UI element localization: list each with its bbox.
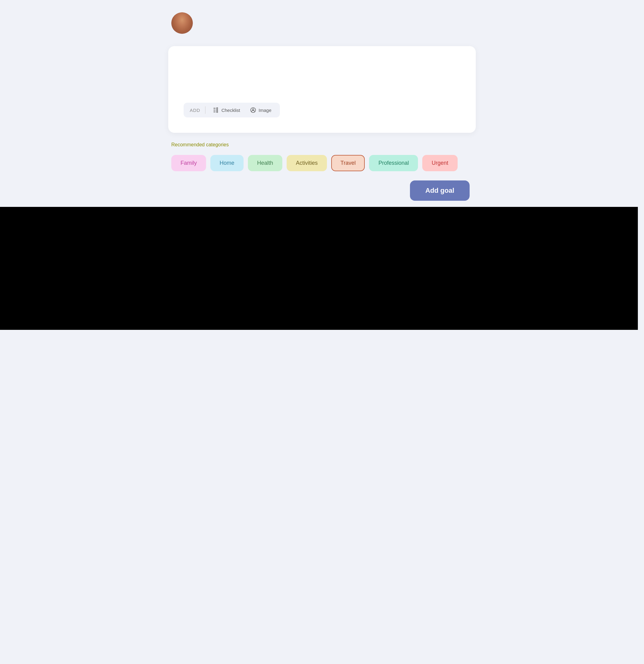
avatar-image [171,12,193,34]
svg-rect-0 [214,108,216,108]
checklist-label: Checklist [221,108,240,113]
avatar [171,12,193,34]
svg-point-5 [217,111,218,112]
category-professional[interactable]: Professional [369,155,418,171]
checklist-button[interactable]: Checklist [210,106,243,115]
image-button[interactable]: Image [247,106,274,115]
toolbar-add-label: ADD [190,108,200,113]
category-urgent[interactable]: Urgent [422,155,457,171]
svg-rect-2 [214,111,216,112]
toolbar: ADD Checklist [184,103,280,118]
category-health[interactable]: Health [248,155,282,171]
categories-grid: Family Home Health Activities Travel Pro… [171,155,473,171]
goal-text-input[interactable] [184,58,460,95]
categories-title: Recommended categories [171,142,473,148]
image-label: Image [259,108,271,113]
avatar-area [168,12,476,34]
image-icon [250,107,256,113]
svg-point-4 [217,109,218,111]
black-section [0,207,638,330]
svg-point-3 [217,108,218,109]
page-wrapper: ADD Checklist [168,12,476,201]
category-family[interactable]: Family [171,155,206,171]
category-home[interactable]: Home [210,155,244,171]
add-goal-button[interactable]: Add goal [410,181,470,201]
svg-point-7 [252,109,254,110]
svg-rect-1 [214,110,216,110]
category-travel[interactable]: Travel [331,155,365,171]
categories-section: Recommended categories Family Home Healt… [168,142,476,201]
main-card: ADD Checklist [168,46,476,133]
category-activities[interactable]: Activities [287,155,327,171]
bottom-bar: Add goal [171,181,473,201]
toolbar-divider [205,106,205,114]
checklist-icon [213,107,219,113]
